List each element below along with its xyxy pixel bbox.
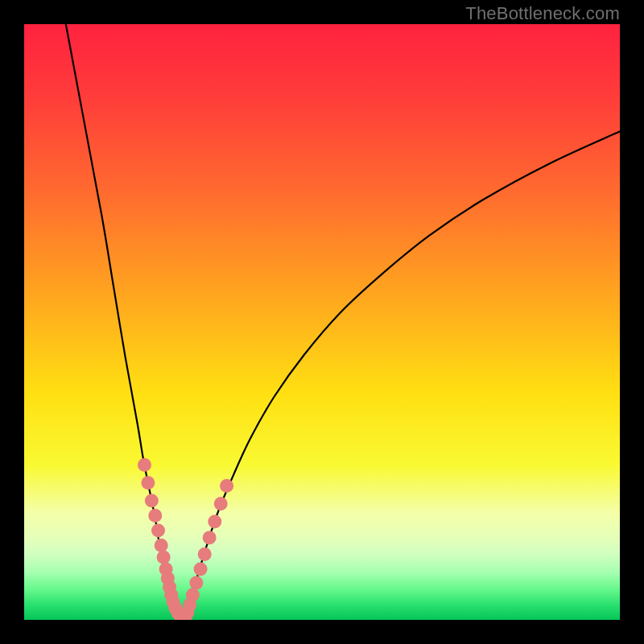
data-marker: [198, 547, 212, 561]
chart-svg: [24, 24, 620, 620]
chart-background: [24, 24, 620, 620]
data-marker: [194, 563, 208, 576]
data-marker: [148, 509, 162, 522]
data-marker: [155, 539, 168, 552]
data-marker: [220, 479, 233, 493]
data-marker: [157, 551, 171, 564]
outer-frame: TheBottleneck.com: [0, 0, 644, 644]
watermark-text: TheBottleneck.com: [465, 3, 620, 24]
data-marker: [151, 524, 165, 538]
data-marker: [189, 576, 203, 590]
data-marker: [186, 588, 200, 601]
data-marker: [145, 494, 159, 508]
plot-area: [24, 24, 620, 620]
data-marker: [141, 476, 155, 489]
data-marker: [138, 458, 151, 472]
data-marker: [214, 497, 228, 510]
data-marker: [208, 514, 221, 528]
data-marker: [203, 530, 217, 544]
